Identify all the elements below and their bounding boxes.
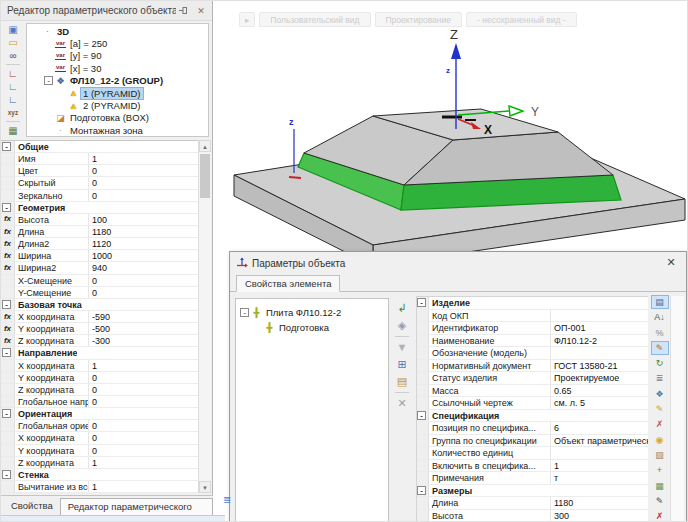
tab-element-properties[interactable]: Свойства элемента — [236, 275, 340, 292]
property-row[interactable]: X координата1 — [1, 360, 199, 372]
property-row[interactable]: Y координата0 — [1, 445, 199, 457]
property-value[interactable] — [551, 347, 648, 359]
dialog-close-icon[interactable]: ✕ — [664, 256, 678, 269]
selection-frame-icon[interactable]: ▣ — [5, 23, 21, 36]
property-row[interactable]: Код ОКП — [417, 310, 648, 323]
property-value[interactable]: 0 — [89, 275, 199, 286]
property-value[interactable]: 6 — [551, 422, 648, 434]
open-object-icon[interactable]: ▭ — [5, 36, 21, 49]
axis-z-icon[interactable]: ∟ — [5, 93, 21, 106]
property-value[interactable]: 0 — [89, 372, 199, 383]
pin-icon[interactable] — [176, 4, 190, 18]
property-row[interactable]: Включить в специфика...1 — [417, 460, 648, 473]
property-value[interactable]: -590 — [89, 311, 199, 322]
property-row[interactable]: НаименованиеФЛ10.12-2 — [417, 335, 648, 348]
collapse-icon[interactable]: - — [417, 297, 429, 309]
property-group-row[interactable]: -Геометрия — [1, 202, 199, 214]
edit-form-icon[interactable]: ✎ — [652, 495, 668, 507]
collapse-icon[interactable]: - — [1, 141, 15, 152]
tree-item[interactable]: ▲1 (PYRAMID) — [27, 87, 208, 99]
property-value[interactable]: т — [551, 472, 648, 484]
property-value[interactable]: 0.65 — [551, 385, 648, 397]
property-row[interactable]: Группа по спецификацииОбъект параметриче… — [417, 435, 648, 448]
property-group-row[interactable]: -Базовая точка — [1, 299, 199, 311]
scroll-down-icon[interactable]: ▼ — [199, 481, 211, 493]
property-row[interactable]: Высота300 — [417, 510, 648, 522]
list-view-icon[interactable]: ≣ — [652, 372, 668, 384]
property-row[interactable]: Y-Смещение0 — [1, 287, 199, 299]
property-value[interactable] — [551, 310, 648, 322]
collapse-icon[interactable]: - — [1, 347, 15, 358]
property-row[interactable]: Ссылочный чертежсм. л. 5 — [417, 397, 648, 410]
property-row[interactable]: X координата0 — [1, 432, 199, 444]
property-value[interactable]: 0 — [89, 177, 199, 188]
delete-icon[interactable]: ✕ — [394, 395, 410, 412]
import-parameters-icon[interactable]: ↲ — [394, 300, 410, 317]
property-value[interactable]: 0 — [89, 190, 199, 201]
property-value[interactable]: ГОСТ 13580-21 — [551, 360, 648, 372]
property-row[interactable]: Имя1 — [1, 153, 199, 165]
tree-expander[interactable]: - — [240, 308, 249, 317]
tree-item[interactable]: var[x] = 30 — [27, 62, 208, 74]
property-row[interactable]: Нормативный документГОСТ 13580-21 — [417, 360, 648, 373]
tree-item[interactable]: ·3D — [27, 25, 208, 37]
collapse-icon[interactable]: - — [1, 202, 15, 213]
property-row[interactable]: fxВысота100 — [1, 214, 199, 226]
property-value[interactable]: 300 — [551, 510, 648, 522]
table-icon[interactable]: ▦ — [652, 480, 668, 492]
remove-x-icon[interactable]: ✗ — [652, 418, 668, 430]
property-value[interactable]: 1 — [89, 481, 199, 492]
property-row[interactable]: Статус изделияПроектируемое — [417, 372, 648, 385]
property-group-row[interactable]: -Стенка — [1, 469, 199, 481]
property-row[interactable]: Глобальная ориент...0 — [1, 420, 199, 432]
property-group-row[interactable]: -Спецификация — [417, 410, 648, 423]
view-tabs-nav-button[interactable]: ▸ — [239, 12, 255, 27]
property-row[interactable]: fxДлина21120 — [1, 238, 199, 250]
property-value[interactable]: 0 — [89, 420, 199, 431]
delete-row-icon[interactable]: ✗ — [652, 510, 668, 522]
property-row[interactable]: fxШирина2940 — [1, 262, 199, 274]
material-icon[interactable]: ◈ — [394, 317, 410, 334]
percent-icon[interactable]: % — [652, 327, 668, 339]
property-row[interactable]: Y координата0 — [1, 372, 199, 384]
find-icon[interactable]: ∞ — [5, 49, 21, 62]
edit-values-icon[interactable]: ✎ — [652, 342, 668, 354]
property-group-row[interactable]: -Общие — [1, 141, 199, 153]
render-view-icon[interactable]: ▦ — [5, 124, 21, 137]
copy-icon[interactable]: ⊞ — [394, 356, 410, 373]
property-row[interactable]: Позиция по специфика...6 — [417, 422, 648, 435]
property-group-row[interactable]: -Ориентация — [1, 408, 199, 420]
view-tab[interactable]: Пользовательский вид — [259, 12, 370, 27]
tree-expander[interactable]: - — [44, 76, 53, 85]
tree-item[interactable]: var[a] = 250 — [27, 37, 208, 49]
property-row[interactable]: Z координата1 — [1, 457, 199, 469]
paste-icon[interactable]: ▤ — [394, 373, 410, 390]
key-icon[interactable]: ❖ — [652, 388, 668, 400]
tree-item[interactable]: ·Монтажная зона — [27, 124, 208, 136]
property-value[interactable]: 1 — [89, 153, 199, 164]
scrollbar-thumb[interactable] — [200, 154, 210, 198]
property-value[interactable]: 1 — [89, 457, 199, 468]
view-tab[interactable]: - несохраненный вид - — [466, 12, 577, 27]
property-group-row[interactable]: -Размеры — [417, 485, 648, 498]
property-value[interactable]: 0 — [89, 396, 199, 407]
refresh-icon[interactable]: ↻ — [652, 357, 668, 369]
tree-item[interactable]: ◪Подготовка (BOX) — [27, 112, 208, 124]
property-row[interactable]: Вычитание из всего1 — [1, 481, 199, 493]
property-value[interactable]: см. л. 5 — [551, 397, 648, 409]
property-row[interactable]: Z координата0 — [1, 384, 199, 396]
property-value[interactable]: 0 — [89, 432, 199, 443]
property-row[interactable]: ИдентификаторОП-001 — [417, 322, 648, 335]
property-row[interactable]: Обозначение (модель) — [417, 347, 648, 360]
dialog-titlebar[interactable]: Параметры объекта ✕ — [230, 252, 686, 274]
panel-tab[interactable]: Редактор параметрического объекта — [60, 498, 213, 515]
sort-az-icon[interactable]: A↓ — [652, 311, 668, 323]
property-group-row[interactable]: -Направление — [1, 347, 199, 359]
tree-item[interactable]: -╋Плита ФЛ10.12-2 — [236, 305, 388, 320]
property-value[interactable]: 1120 — [89, 238, 199, 249]
property-row[interactable]: fxШирина1000 — [1, 250, 199, 262]
property-row[interactable]: Примечаният — [417, 472, 648, 485]
grid-scrollbar[interactable]: ▲ ▼ — [198, 140, 211, 493]
property-row[interactable]: Количество единиц — [417, 447, 648, 460]
property-value[interactable]: 0 — [89, 165, 199, 176]
